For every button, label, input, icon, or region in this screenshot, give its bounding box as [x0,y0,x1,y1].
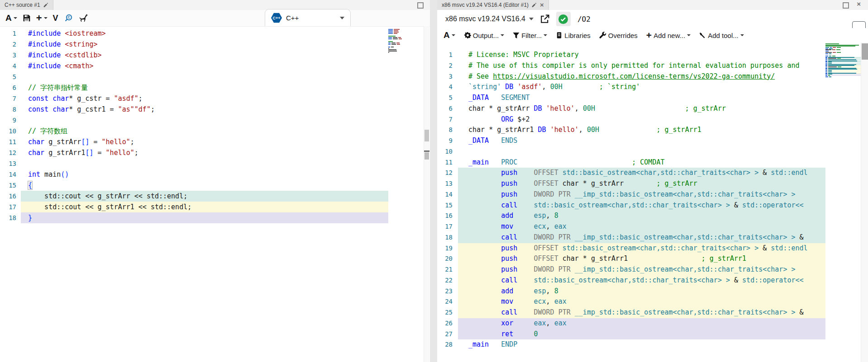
line-content: # See https://visualstudio.microsoft.com… [458,71,825,82]
asm-line[interactable]: 3# See https://visualstudio.microsoft.co… [437,71,868,82]
source-line[interactable]: 15{ [0,180,430,191]
asm-line[interactable]: 23 add esp, 8 [437,286,868,297]
asm-line[interactable]: 6char * g_strArr DB 'hello', 00H ; g_str… [437,103,868,114]
close-tab-icon[interactable]: × [540,2,544,8]
tab-cpp-source[interactable]: C++ source #1 [0,0,53,10]
line-content: _main PROC ; COMDAT [458,157,825,168]
add-pane-button[interactable]: + [36,14,48,22]
save-button[interactable] [23,14,31,22]
minimap[interactable] [825,43,861,77]
asm-line[interactable]: 27 ret 0 [437,329,868,340]
asm-line[interactable]: 13 push OFFSET char * g_strArr ; g_strAr… [437,179,868,189]
asm-line[interactable]: 22 call std::basic_ostream<char,std::cha… [437,275,868,286]
chevron-down-icon [44,17,48,19]
asm-line[interactable]: 16 add esp, 8 [437,211,868,221]
line-number: 21 [437,264,453,275]
source-line[interactable]: 11char g_strArr[] = "hello"; [0,136,430,147]
asm-line[interactable]: 10 [437,146,868,157]
line-content: // 字符串指针常量 [21,82,388,93]
asm-line[interactable]: 2# The use of this compiler is only perm… [437,61,868,71]
font-size-button[interactable]: A [444,30,455,40]
vertical-scrollbar[interactable] [424,26,429,362]
asm-line[interactable]: 1# License: MSVC Proprietary [437,50,868,61]
chevron-down-icon [529,18,534,20]
source-line[interactable]: 2#include <string> [0,39,430,50]
line-content [21,115,388,126]
line-content: #include <iostream> [21,28,388,39]
quick-bench-button[interactable] [79,14,88,23]
asm-line[interactable]: 18 call DWORD PTR __imp_std::basic_ostre… [437,232,868,243]
source-line[interactable]: 7const char* g_cstr = "asdf"; [0,93,430,104]
output-button[interactable]: Output... [464,32,505,39]
maximize-pane-icon[interactable] [417,2,424,9]
source-line[interactable]: 6// 字符串指针常量 [0,82,430,93]
assembly-output-editor[interactable]: 1# License: MSVC Proprietary2# The use o… [437,50,868,350]
tab-compiler-output[interactable]: x86 msvc v19.24 VS16.4 (Editor #1) × [437,0,549,10]
asm-line[interactable]: 17 mov ecx, eax [437,221,868,232]
filter-button[interactable]: Filter... [513,32,547,39]
source-line[interactable]: 9 [0,115,430,126]
line-number: 9 [437,136,453,146]
line-number: 12 [0,147,16,158]
add-new-button[interactable]: + Add new... [646,32,691,39]
source-line[interactable]: 8const char* g_cstr1 = "as""df"; [0,104,430,115]
source-line[interactable]: 13 [0,158,430,169]
overrides-button[interactable]: Overrides [599,32,638,39]
line-number: 26 [437,318,453,329]
asm-line[interactable]: 19 push OFFSET std::basic_ostream<char,s… [437,243,868,254]
asm-line[interactable]: 14 push DWORD PTR __imp_std::basic_ostre… [437,189,868,200]
source-line[interactable]: 4#include <cmath> [0,61,430,71]
save-icon [23,14,31,22]
rename-icon[interactable] [532,3,537,8]
asm-line[interactable]: 25 call DWORD PTR __imp_std::basic_ostre… [437,307,868,318]
asm-line[interactable]: 4`string' DB 'asdf', 00H ; `string' [437,82,868,93]
font-size-button[interactable]: A [5,13,17,23]
source-line[interactable]: 5 [0,71,430,82]
open-compiler-site-button[interactable] [540,14,549,24]
asm-line[interactable]: 11_main PROC ; COMDAT [437,157,868,168]
line-number: 27 [437,329,453,340]
source-editor-pane: C++ source #1 A + V C [0,0,430,362]
asm-line[interactable]: 26 xor eax, eax [437,318,868,329]
compiler-picker[interactable]: x86 msvc v19.24 VS16.4 [445,15,534,23]
asm-line[interactable]: 5_DATA SEGMENT [437,93,868,103]
source-line[interactable]: 1#include <iostream> [0,28,430,39]
line-content: } [21,212,388,223]
chevron-down-icon [14,17,17,19]
asm-line[interactable]: 21 push DWORD PTR __imp_std::basic_ostre… [437,264,868,275]
maximize-pane-icon[interactable] [843,2,849,9]
asm-line[interactable]: 20 push OFFSET char * g_strArr1 ; g_strA… [437,254,868,264]
vim-mode-button[interactable]: V [53,14,58,23]
line-number: 25 [437,307,453,318]
scrollbar-thumb[interactable] [424,130,429,141]
source-line[interactable]: 16 std::cout << g_strArr << std::endl; [0,191,430,202]
source-line[interactable]: 17 std::cout << g_strArr1 << std::endl; [0,202,430,212]
source-line[interactable]: 12char g_strArr1[] = "hello"; [0,147,430,158]
minimap[interactable] [388,29,411,53]
asm-line[interactable]: 12 push OFFSET std::basic_ostream<char,s… [437,168,868,179]
vertical-scrollbar[interactable] [861,42,868,362]
line-content: // 字符数组 [21,126,388,136]
close-pane-icon[interactable]: × [857,1,861,7]
source-line[interactable]: 3#include <cstdlib> [0,50,430,61]
compiler-options-input[interactable]: /O2 [577,15,591,24]
language-select[interactable]: C++ C++ [265,9,351,26]
libraries-button[interactable]: Libraries [556,32,591,39]
asm-line[interactable]: 7 ORG $+2 [437,114,868,125]
asm-line[interactable]: 8char * g_strArr1 DB 'hello', 00H ; g_st… [437,125,868,136]
asm-line[interactable]: 9_DATA ENDS [437,136,868,146]
scrollbar-thumb[interactable] [862,43,868,60]
source-line[interactable]: 10// 字符数组 [0,126,430,136]
pane-splitter[interactable] [430,0,437,362]
add-tool-button[interactable]: Add tool... [699,32,744,39]
asm-line[interactable]: 24 mov ecx, eax [437,296,868,307]
line-content: # License: MSVC Proprietary [458,50,825,61]
compile-status-button[interactable] [556,12,571,26]
source-line[interactable]: 18} [0,212,430,223]
cpp-insights-button[interactable]: C [64,14,73,23]
asm-line[interactable]: 15 call std::basic_ostream<char,std::cha… [437,200,868,211]
source-code-editor[interactable]: 1#include <iostream>2#include <string>3#… [0,28,430,223]
source-line[interactable]: 14int main() [0,169,430,180]
asm-line[interactable]: 28_main ENDP [437,339,868,350]
rename-icon[interactable] [43,3,48,8]
